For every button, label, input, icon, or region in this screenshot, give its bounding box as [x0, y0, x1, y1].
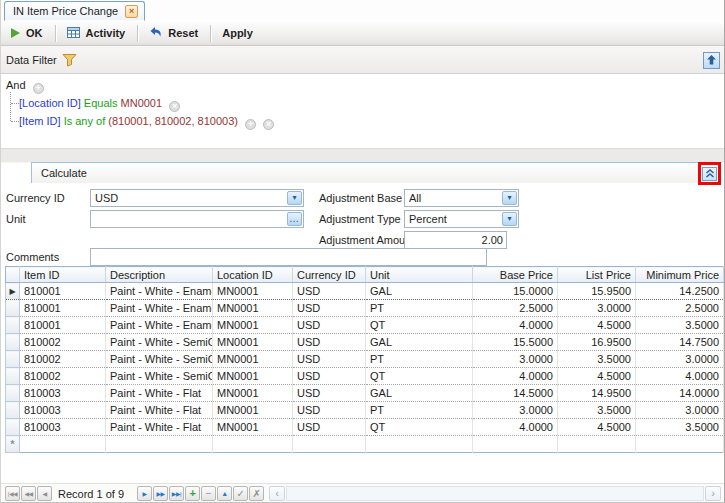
column-header[interactable]: Unit [366, 267, 473, 283]
cell[interactable]: MN0001 [213, 419, 293, 436]
add-value-icon[interactable]: + [245, 119, 256, 130]
cell[interactable]: 3.0000 [473, 351, 558, 368]
apply-button[interactable]: Apply [215, 23, 262, 43]
adjustment-amount-input[interactable] [404, 231, 507, 249]
cell[interactable]: Paint - White - SemiGl... [106, 368, 213, 385]
cell[interactable]: 4.0000 [473, 368, 558, 385]
row-selector[interactable] [6, 402, 20, 419]
column-header[interactable]: Base Price [473, 267, 558, 283]
cell[interactable]: 810003 [20, 402, 106, 419]
cell[interactable]: Paint - White - SemiGl... [106, 351, 213, 368]
cell[interactable]: 14.5000 [473, 385, 558, 402]
cell[interactable]: PT [366, 351, 473, 368]
cell[interactable]: QT [366, 419, 473, 436]
nav-edit-button[interactable]: ▲ [217, 486, 232, 501]
cell[interactable]: MN0001 [213, 300, 293, 317]
cell[interactable]: 14.9500 [558, 385, 636, 402]
collapse-panel-button[interactable] [703, 52, 720, 69]
remove-condition-icon[interactable]: × [263, 119, 274, 130]
cell[interactable] [636, 436, 724, 453]
cell[interactable]: 3.5000 [636, 419, 724, 436]
cell[interactable]: MN0001 [213, 368, 293, 385]
cell[interactable]: 4.0000 [473, 419, 558, 436]
cell[interactable]: 3.0000 [636, 402, 724, 419]
column-header[interactable]: Location ID [213, 267, 293, 283]
cell[interactable]: USD [293, 368, 366, 385]
nav-last-button[interactable]: ▶▶| [169, 486, 184, 501]
cell[interactable]: GAL [366, 283, 473, 300]
nav-end-edit-button[interactable]: ✓ [233, 486, 248, 501]
scroll-left-button[interactable]: ‹ [269, 486, 285, 501]
cell[interactable]: 4.5000 [558, 368, 636, 385]
cell[interactable]: 810002 [20, 351, 106, 368]
filter-field[interactable]: [Location ID] [19, 97, 81, 109]
cell[interactable]: USD [293, 283, 366, 300]
cell[interactable] [20, 436, 106, 453]
cell[interactable]: 810001 [20, 300, 106, 317]
cell[interactable]: MN0001 [213, 334, 293, 351]
cell[interactable] [213, 436, 293, 453]
cell[interactable] [106, 436, 213, 453]
dropdown-button[interactable]: ▾ [287, 191, 302, 205]
filter-field[interactable]: [Item ID] [19, 115, 61, 127]
cell[interactable]: USD [293, 334, 366, 351]
nav-delete-button[interactable]: − [201, 486, 216, 501]
column-header[interactable]: List Price [558, 267, 636, 283]
nav-append-button[interactable]: + [185, 486, 200, 501]
cell[interactable]: 14.0000 [636, 385, 724, 402]
horizontal-scrollbar-track[interactable] [286, 486, 704, 501]
cell[interactable]: 4.5000 [558, 317, 636, 334]
column-header[interactable]: Minimum Price [636, 267, 724, 283]
cell[interactable]: MN0001 [213, 385, 293, 402]
panel-splitter[interactable] [1, 148, 724, 163]
cell[interactable]: Paint - White - Flat [106, 385, 213, 402]
filter-root-node[interactable]: And + [6, 79, 44, 94]
activity-button[interactable]: Activity [60, 23, 135, 43]
cell[interactable]: Paint - White - Enamel [106, 317, 213, 334]
cell[interactable]: PT [366, 402, 473, 419]
dropdown-button[interactable]: ▾ [502, 191, 517, 205]
cell[interactable]: MN0001 [213, 402, 293, 419]
row-selector[interactable] [6, 300, 20, 317]
nav-first-button[interactable]: |◀◀ [5, 486, 20, 501]
nav-next-button[interactable]: ▶ [137, 486, 152, 501]
cell[interactable]: 14.7500 [636, 334, 724, 351]
cell[interactable]: 810001 [20, 317, 106, 334]
add-condition-icon[interactable]: + [33, 83, 44, 94]
cell[interactable] [366, 436, 473, 453]
cell[interactable]: 2.5000 [636, 300, 724, 317]
cell[interactable]: 3.5000 [558, 402, 636, 419]
cell[interactable]: USD [293, 419, 366, 436]
ok-button[interactable]: OK [4, 23, 52, 43]
cell[interactable]: Paint - White - SemiGl... [106, 334, 213, 351]
cell[interactable]: Paint - White - Flat [106, 402, 213, 419]
collapse-group-button[interactable] [702, 167, 717, 181]
cell[interactable]: 810003 [20, 385, 106, 402]
row-selector[interactable] [6, 351, 20, 368]
cell[interactable]: 2.5000 [473, 300, 558, 317]
filter-value[interactable]: MN0001 [121, 97, 163, 109]
row-selector[interactable]: ▶ [6, 283, 20, 300]
adjustment-base-combo[interactable]: All ▾ [404, 189, 519, 207]
cell[interactable]: 4.0000 [473, 317, 558, 334]
row-selector[interactable] [6, 368, 20, 385]
cell[interactable]: 3.0000 [636, 351, 724, 368]
cell[interactable]: MN0001 [213, 283, 293, 300]
comments-input[interactable] [90, 248, 487, 266]
cell[interactable]: 3.5000 [636, 317, 724, 334]
column-header[interactable]: Item ID [20, 267, 106, 283]
cell[interactable]: 15.5000 [473, 334, 558, 351]
cell[interactable] [473, 436, 558, 453]
cell[interactable]: 3.0000 [473, 402, 558, 419]
cell[interactable]: PT [366, 300, 473, 317]
nav-prev-button[interactable]: ◀ [37, 486, 52, 501]
cell[interactable]: 14.2500 [636, 283, 724, 300]
reset-button[interactable]: Reset [142, 23, 207, 43]
unit-field[interactable]: … [90, 210, 304, 228]
cell[interactable]: 16.9500 [558, 334, 636, 351]
cell[interactable]: 810003 [20, 419, 106, 436]
filter-value[interactable]: (810001, 810002, 810003) [108, 115, 238, 127]
cell[interactable]: QT [366, 368, 473, 385]
nav-prev-page-button[interactable]: ◀◀ [21, 486, 36, 501]
ellipsis-button[interactable]: … [287, 212, 302, 226]
